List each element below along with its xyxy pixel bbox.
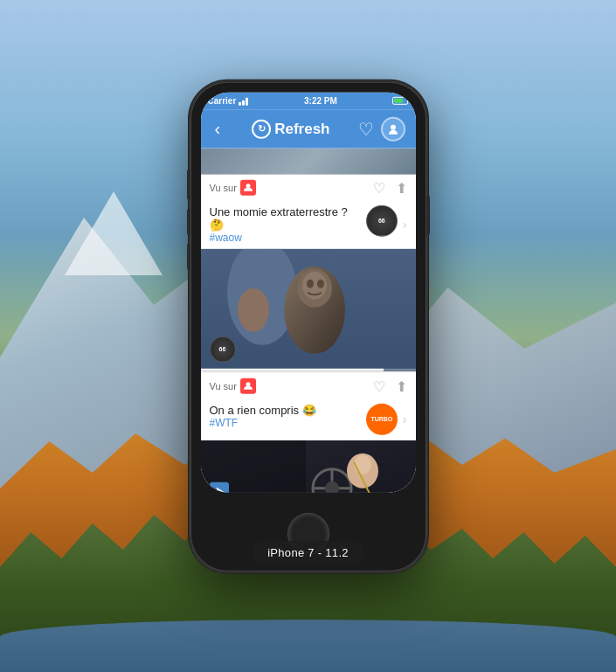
refresh-logo-icon: ↻ [252, 119, 271, 138]
svg-point-18 [354, 454, 371, 474]
power-button[interactable] [426, 195, 430, 234]
status-carrier: Carrier [208, 96, 249, 106]
volume-down-button[interactable] [187, 243, 190, 269]
card-2-actions: ♡ ⬆ [373, 378, 407, 394]
play-button[interactable] [210, 481, 229, 492]
volume-up-button[interactable] [187, 208, 190, 234]
card-2-heart-button[interactable]: ♡ [373, 378, 385, 394]
status-bar: Carrier 3:22 PM [201, 92, 416, 109]
signal-icon [239, 96, 248, 105]
nav-title: ↻ Refresh [231, 119, 350, 138]
iphone-device-wrapper: Carrier 3:22 PM ‹ ↻ Refresh [190, 81, 426, 571]
card-2-share-button[interactable]: ⬆ [396, 378, 407, 394]
card-1-title-row: Une momie extraterrestre ? 🤔 #waow 66 › [201, 201, 416, 248]
vu-sur-label-1: Vu sur [210, 180, 256, 196]
lake [0, 620, 616, 672]
card-2-title-row: On a rien compris 😂 #WTF TURBO › [201, 399, 416, 440]
card-1: Vu sur ♡ ⬆ [201, 174, 416, 371]
status-battery [392, 97, 408, 105]
card-1-channel[interactable]: 66 [366, 204, 398, 236]
card-1-video[interactable]: 66 [201, 248, 416, 371]
vu-sur-label-2: Vu sur [210, 378, 256, 394]
nav-bar: ‹ ↻ Refresh ♡ [201, 109, 416, 148]
card-1-heart-button[interactable]: ♡ [373, 179, 385, 196]
card-1-video-badge-text: 66 [219, 346, 226, 352]
card-1-video-badge: 66 [210, 336, 236, 362]
card-2-meta: Vu sur ♡ ⬆ [201, 372, 416, 399]
top-image-bg [201, 148, 416, 174]
battery-icon [392, 97, 408, 105]
card-1-progress-fill [201, 368, 384, 371]
vu-sur-icon-1 [240, 180, 256, 196]
nav-avatar-button[interactable] [381, 116, 405, 141]
card-2-chevron-icon: › [403, 412, 407, 426]
card-2-channel[interactable]: TURBO [366, 403, 398, 434]
card-1-title: Une momie extraterrestre ? 🤔 [210, 204, 361, 231]
top-image-strip [201, 148, 416, 174]
iphone-body: Carrier 3:22 PM ‹ ↻ Refresh [190, 81, 426, 571]
svg-point-10 [246, 382, 250, 386]
card-1-tag[interactable]: #waow [210, 231, 361, 243]
card-2-tag[interactable]: #WTF [210, 416, 361, 428]
content-area: Vu sur ♡ ⬆ [201, 148, 416, 492]
status-time: 3:22 PM [304, 96, 337, 106]
app-title: Refresh [274, 120, 329, 137]
card-2: Vu sur ♡ ⬆ [201, 372, 416, 492]
carrier-text: Carrier [208, 96, 237, 106]
card-2-video[interactable] [201, 440, 416, 492]
card-1-actions: ♡ ⬆ [373, 179, 407, 196]
card-2-channel-label: TURBO [370, 416, 392, 422]
svg-point-8 [307, 279, 314, 288]
card-1-progress-bar [201, 368, 416, 371]
car-scene [201, 440, 416, 492]
card-2-title-text: On a rien compris 😂 #WTF [210, 403, 361, 428]
vu-sur-icon-2 [240, 378, 256, 394]
vu-sur-text-1: Vu sur [210, 183, 237, 193]
nav-heart-button[interactable]: ♡ [358, 118, 374, 139]
card-1-meta: Vu sur ♡ ⬆ [201, 174, 416, 201]
play-triangle-icon [217, 487, 224, 492]
card-1-share-button[interactable]: ⬆ [396, 179, 407, 196]
card-1-channel-label: 66 [378, 218, 385, 224]
svg-point-4 [238, 288, 269, 331]
card-2-title: On a rien compris 😂 [210, 403, 361, 416]
back-button[interactable]: ‹ [211, 115, 225, 142]
device-label: iPhone 7 - 11.2 [252, 540, 364, 564]
card-1-chevron-icon: › [403, 217, 407, 231]
card-1-title-text: Une momie extraterrestre ? 🤔 #waow [210, 204, 361, 243]
iphone-screen: Carrier 3:22 PM ‹ ↻ Refresh [201, 92, 416, 492]
svg-point-0 [391, 124, 396, 129]
svg-point-1 [246, 184, 250, 188]
svg-point-9 [317, 279, 324, 288]
battery-fill [394, 99, 403, 103]
vu-sur-text-2: Vu sur [210, 381, 237, 391]
